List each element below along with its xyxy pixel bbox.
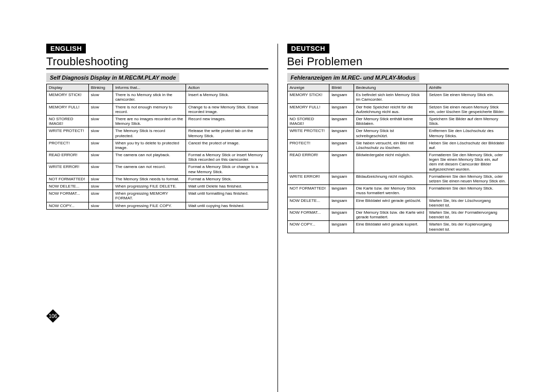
lang-badge-deutsch: DEUTSCH [287,44,329,53]
table-cell: The Memory Stick needs to format. [113,175,186,182]
lang-badge-english: ENGLISH [46,44,86,53]
table-cell: Record new images. [186,115,268,127]
th-action: Action [186,84,268,91]
table-row: WRITE ERROR!slowThe camera can not recor… [47,163,268,175]
table-cell: Setzen Sie einen neuen Memory Stick ein,… [427,103,508,115]
table-cell: slow [88,115,113,127]
table-cell: Eine Bilddatei wird gerade kopiert. [354,221,427,233]
table-cell: Formatieren Sie den Memory Stick, oder s… [427,173,508,184]
table-cell: Warten Sie, bis der Löschvorgang beendet… [427,197,508,209]
table-cell: slow [88,103,113,115]
table-cell: langsam [329,91,354,103]
table-cell: slow [88,91,113,103]
table-cell: slow [88,202,113,209]
table-cell: There is not enough memory to record. [113,103,186,115]
table-row: READ ERROR!slowThe camera can not playba… [47,152,268,163]
table-cell: WRITE PROTECT! [47,127,89,139]
table-cell: Formatieren Sie den Memory Stick. [427,185,508,197]
table-row: MEMORY STICK!slowThere is no Memory stic… [47,91,268,103]
table-cell: Der Memory Stick ist schreibgeschützt. [354,127,427,139]
table-cell: slow [88,152,113,163]
table-cell: PROTECT! [287,139,329,151]
table-cell: Speichern Sie Bilder auf dem Memory Stic… [427,115,508,127]
table-row: PROTECT!slowWhen you try to delete to pr… [47,139,268,151]
table-cell: Heben Sie den Löschschutz der Bilddatei … [427,139,508,151]
table-cell: langsam [329,127,354,139]
table-cell: Der Memory Stick bzw. die Karte wird ger… [354,209,427,220]
th-abhilfe: Abhilfe [427,84,508,91]
table-cell: NO STORED IMAGE! [47,115,89,127]
right-column: DEUTSCH Bei Problemen Fehleranzeigen im … [278,44,509,392]
table-cell: slow [88,183,113,190]
table-cell: WRITE PROTECT! [287,127,329,139]
table-cell: Change to a new Memory Stick. Erase reco… [186,103,268,115]
table-cell: langsam [329,197,354,209]
table-row: WRITE PROTECT!slowThe Memory Stick is re… [47,127,268,139]
table-cell: slow [88,127,113,139]
table-cell: PROTECT! [47,139,89,151]
page: ENGLISH Troubleshooting Self Diagnosis D… [0,0,555,392]
table-cell: Sie haben versucht, ein Bild mit Löschsc… [354,139,427,151]
table-cell: When progressing FILE DELETE. [113,183,186,190]
table-cell: Wait until copying has finished. [186,202,268,209]
table-cell: Insert a Memory Stick. [186,91,268,103]
table-cell: Die Karte bzw. der Memory Stick muss for… [354,185,427,197]
table-cell: slow [88,175,113,182]
table-cell: langsam [329,185,354,197]
title-english: Troubleshooting [46,55,268,69]
table-row: WRITE PROTECT!langsamDer Memory Stick is… [287,127,509,139]
table-cell: NOT FORMATTED! [47,175,89,182]
table-cell: Der freie Speicher reicht für die Aufzei… [354,103,427,115]
table-cell: Format a Memory Stick or change to a new… [186,163,268,175]
table-cell: langsam [329,173,354,184]
table-cell: Es befindet sich kein Memory Stick im Ca… [354,91,427,103]
table-cell: NOW COPY... [47,202,89,209]
table-cell: langsam [329,139,354,151]
table-cell: NOW FORMAT... [47,190,89,202]
page-number-text: 106 [49,313,58,319]
table-cell: Wait until formatting has finished. [186,190,268,202]
table-cell: Format a Memory Stick or insert Memory S… [186,152,268,163]
th-anzeige: Anzeige [287,84,329,91]
table-row: NOW DELETE...langsamEine Bilddatei wird … [287,197,509,209]
table-cell: NOT FORMATTED! [287,185,329,197]
th-informs: Informs that... [113,84,186,91]
table-cell: The camera can not record. [113,163,186,175]
table-cell: WRITE ERROR! [47,163,89,175]
table-cell: NO STORED IMAGE! [287,115,329,127]
table-cell: The camera can not playback. [113,152,186,163]
left-column: ENGLISH Troubleshooting Self Diagnosis D… [46,44,278,392]
table-row: NOW COPY...langsamEine Bilddatei wird ge… [287,221,509,233]
table-cell: NOW DELETE... [287,197,329,209]
diagnosis-table-english: Display Blinking Informs that... Action … [46,84,268,210]
table-cell: Entfernen Sie den Löschschutz des Memory… [427,127,508,139]
table-cell: NOW DELETE... [47,183,89,190]
subtitle-english: Self Diagnosis Display in M.REC/M.PLAY m… [46,73,179,82]
subtitle-deutsch: Fehleranzeigen im M.REC- und M.PLAY-Modu… [287,73,419,82]
table-cell: langsam [329,221,354,233]
title-deutsch: Bei Problemen [287,55,509,69]
diagnosis-table-deutsch: Anzeige Blinkt Bedeutung Abhilfe MEMORY … [287,84,509,233]
table-row: NOT FORMATTED!langsamDie Karte bzw. der … [287,185,509,197]
table-row: NOW DELETE...slowWhen progressing FILE D… [47,183,268,190]
table-cell: NOW COPY... [287,221,329,233]
table-cell: slow [88,139,113,151]
th-blinkt: Blinkt [329,84,354,91]
table-cell: Formatieren Sie den Memory Stick, oder l… [427,152,508,173]
table-row: NOT FORMATTED!slowThe Memory Stick needs… [47,175,268,182]
table-row: NOW COPY...slowWhen progressing FILE COP… [47,202,268,209]
table-cell: READ ERROR! [47,152,89,163]
table-cell: langsam [329,103,354,115]
table-row: PROTECT!langsamSie haben versucht, ein B… [287,139,509,151]
page-number: 106 [46,309,60,323]
table-cell: Format a Memory Stick. [186,175,268,182]
table-cell: Eine Bilddatei wird gerade gelöscht. [354,197,427,209]
table-cell: Release the write protect tab on the Mem… [186,127,268,139]
table-cell: Bildaufzeichnung nicht möglich. [354,173,427,184]
table-cell: When progressing FILE COPY. [113,202,186,209]
table-cell: Cancel the protect of image. [186,139,268,151]
th-display: Display [47,84,89,91]
table-cell: Wait until Delete has finished. [186,183,268,190]
table-row: NO STORED IMAGE!langsamDer Memory Stick … [287,115,509,127]
table-cell: Warten Sie, bis der Kopiervorgang beende… [427,221,508,233]
